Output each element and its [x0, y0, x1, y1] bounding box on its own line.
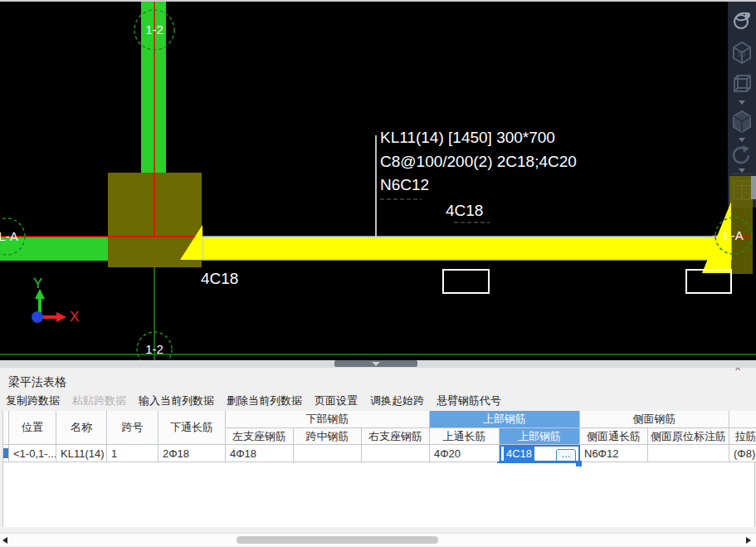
horizontal-scrollbar[interactable]	[0, 533, 756, 546]
rotate-view-dropdown-caret[interactable]	[739, 168, 745, 173]
orbit-icon[interactable]	[730, 8, 754, 33]
cell-top-rebar-editing[interactable]: 4C18 …	[500, 445, 580, 462]
swap-start-span-button[interactable]: 调换起始跨	[370, 393, 424, 408]
solid-cube-dropdown-caret[interactable]	[739, 138, 745, 142]
axis-bubble-left-label: L-A	[0, 229, 25, 243]
left-support-triangle	[180, 225, 202, 260]
active-cell-drag-handle[interactable]	[576, 461, 582, 466]
delete-current-column-button[interactable]: 删除当前列数据	[227, 393, 302, 408]
cell-mid-span[interactable]	[294, 445, 362, 462]
three-d-label: 3D	[737, 51, 745, 58]
paste-span-data-button[interactable]: 粘贴跨数据	[72, 393, 126, 408]
wireframe-cube-icon[interactable]	[730, 71, 754, 98]
header-top-through[interactable]: 上通长筋	[430, 428, 500, 445]
header-side-through[interactable]: 侧面通长筋	[580, 428, 648, 445]
ucs-x-label: X	[70, 309, 79, 325]
header-top-rebar[interactable]: 上部钢筋	[500, 428, 580, 445]
beam-rebar-table: 位置 名称 跨号 下通长筋 下部钢筋 上部钢筋 侧面钢筋 左支座钢筋 跨中钢筋 …	[2, 411, 755, 527]
rebar-table-icon[interactable]	[730, 178, 754, 204]
ucs-x-arrowhead	[56, 312, 66, 322]
page-setup-button[interactable]: 页面设置	[315, 393, 358, 408]
cell-span-no[interactable]: 1	[107, 445, 159, 462]
cantilever-rebar-code-button[interactable]: 悬臂钢筋代号	[437, 393, 501, 408]
scrollbar-thumb[interactable]	[237, 536, 438, 544]
active-cell-underline	[497, 462, 581, 463]
header-name[interactable]: 名称	[56, 411, 107, 445]
input-current-column-button[interactable]: 输入当前列数据	[139, 393, 214, 408]
beam-annotation-line2: C8@100/200(2) 2C18;4C20	[380, 153, 577, 171]
panel-close-icon[interactable]: x	[735, 368, 749, 373]
collapse-arrow-icon	[372, 362, 380, 366]
marker-box-1	[443, 270, 489, 293]
gutter-header-cell	[3, 411, 9, 445]
ucs-origin	[32, 311, 43, 323]
panel-splitter	[0, 360, 756, 368]
header-right-support[interactable]: 右支座钢筋	[362, 428, 430, 445]
cell-top-through[interactable]: 4Φ20	[430, 445, 500, 462]
panel-collapse-handle[interactable]	[334, 360, 417, 367]
beam-table-panel: x 梁平法表格 复制跨数据 粘贴跨数据 输入当前列数据 删除当前列数据 页面设置…	[0, 368, 756, 547]
axis-bubble-bottom-label: 1-2	[138, 342, 171, 356]
marker-box-2	[686, 270, 731, 293]
scroll-left-arrow-icon[interactable]	[2, 537, 7, 544]
edit-cell-value[interactable]: 4C18	[504, 447, 534, 461]
toolbar-collapse-tab[interactable]	[751, 176, 756, 199]
axis-bubble-right-label: L-A	[717, 228, 750, 242]
row-selected-marker	[3, 448, 8, 458]
cell-bottom-through[interactable]: 2Φ18	[159, 445, 226, 462]
ucs-y-label: Y	[33, 276, 42, 292]
cell-name[interactable]: KL11(14)	[56, 445, 107, 462]
header-left-support[interactable]: 左支座钢筋	[226, 428, 294, 445]
cell-position[interactable]: <1-0,1-...	[9, 445, 56, 462]
beam-annotation-line3: N6C12	[380, 176, 429, 194]
group-header-tie-spacer	[729, 411, 756, 428]
group-header-top-rebar[interactable]: 上部钢筋	[430, 411, 580, 428]
group-header-side-rebar[interactable]: 侧面钢筋	[580, 411, 729, 428]
cell-right-support[interactable]	[362, 445, 430, 462]
row-indicator-cell[interactable]	[3, 445, 9, 462]
header-position[interactable]: 位置	[9, 411, 56, 445]
cell-left-support[interactable]: 4Φ18	[226, 445, 294, 462]
group-header-bottom-rebar[interactable]: 下部钢筋	[226, 411, 430, 428]
header-mid-span[interactable]: 跨中钢筋	[294, 428, 362, 445]
toolbar-separator	[731, 173, 753, 174]
view-3d-icon[interactable]: 3D	[730, 38, 754, 66]
header-span-no[interactable]: 跨号	[107, 411, 159, 445]
edit-cell-ellipsis-button[interactable]: …	[556, 449, 576, 462]
panel-toolbar: 复制跨数据 粘贴跨数据 输入当前列数据 删除当前列数据 页面设置 调换起始跨 悬…	[0, 390, 756, 412]
rebar-label-below-beam: 4C18	[201, 270, 238, 288]
scroll-right-arrow-icon[interactable]	[746, 537, 751, 544]
rotate-view-icon[interactable]	[730, 143, 754, 168]
rebar-label-above-beam: 4C18	[446, 202, 483, 220]
cad-canvas[interactable]: 3D	[0, 0, 756, 360]
header-bottom-through[interactable]: 下通长筋	[159, 411, 226, 445]
copy-span-data-button[interactable]: 复制跨数据	[6, 393, 60, 408]
cell-tie[interactable]: (Φ8)	[729, 445, 756, 462]
solid-cube-icon[interactable]	[730, 108, 754, 134]
beam-annotation-line1: KL11(14) [1450] 300*700	[380, 129, 555, 147]
column[interactable]	[108, 173, 202, 267]
cell-side-through[interactable]: N6Φ12	[580, 445, 648, 462]
header-side-insitu[interactable]: 侧面原位标注筋	[648, 428, 729, 445]
axis-bubble-top-label: 1-2	[138, 22, 171, 37]
header-tie[interactable]: 拉筋	[729, 428, 756, 445]
cell-side-insitu[interactable]	[648, 445, 729, 462]
panel-title: 梁平法表格	[8, 375, 66, 390]
wireframe-cube-dropdown-caret[interactable]	[739, 100, 745, 105]
window-top-border	[0, 0, 756, 2]
selected-beam[interactable]	[202, 237, 731, 260]
